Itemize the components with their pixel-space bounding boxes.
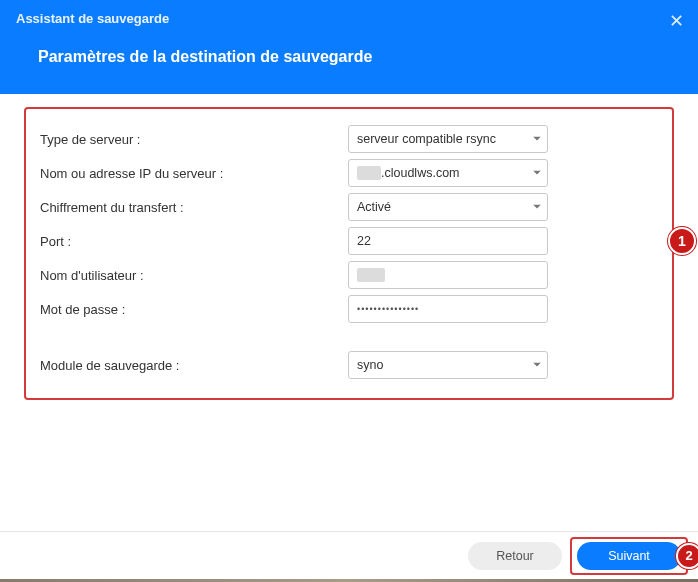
row-module: Module de sauvegarde : syno [40,348,658,382]
label-encryption: Chiffrement du transfert : [40,200,348,215]
chevron-down-icon [533,205,541,210]
password-value: ••••••••••••••• [357,304,419,314]
annotation-badge-2: 2 [676,543,698,569]
label-port: Port : [40,234,348,249]
username-input[interactable] [348,261,548,289]
next-button-highlight: Suivant 2 [570,537,688,575]
encryption-select[interactable]: Activé [348,193,548,221]
row-encryption: Chiffrement du transfert : Activé [40,190,658,224]
port-input[interactable]: 22 [348,227,548,255]
row-password: Mot de passe : ••••••••••••••• [40,292,658,326]
row-server-name: Nom ou adresse IP du serveur : .cloudlws… [40,156,658,190]
row-username: Nom d'utilisateur : [40,258,658,292]
server-type-select[interactable]: serveur compatible rsync [348,125,548,153]
annotation-badge-1: 1 [668,227,696,255]
wizard-title: Assistant de sauvegarde [0,0,698,26]
redacted-prefix [357,166,381,180]
chevron-down-icon [533,137,541,142]
back-button[interactable]: Retour [468,542,562,570]
wizard-header: Assistant de sauvegarde Paramètres de la… [0,0,698,94]
close-icon: ✕ [669,11,684,31]
label-password: Mot de passe : [40,302,348,317]
redacted-username [357,268,385,282]
destination-settings-form: Type de serveur : serveur compatible rsy… [24,107,674,400]
wizard-footer: Retour Suivant 2 [0,531,698,579]
close-button[interactable]: ✕ [669,10,684,32]
row-port: Port : 22 1 [40,224,658,258]
label-server-name: Nom ou adresse IP du serveur : [40,166,348,181]
server-name-suffix: .cloudlws.com [381,166,460,180]
label-server-type: Type de serveur : [40,132,348,147]
row-server-type: Type de serveur : serveur compatible rsy… [40,122,658,156]
label-username: Nom d'utilisateur : [40,268,348,283]
wizard-step-title: Paramètres de la destination de sauvegar… [0,26,698,66]
backup-module-select[interactable]: syno [348,351,548,379]
password-input[interactable]: ••••••••••••••• [348,295,548,323]
server-name-combobox[interactable]: .cloudlws.com [348,159,548,187]
server-type-value: serveur compatible rsync [357,132,496,146]
chevron-down-icon [533,171,541,176]
label-module: Module de sauvegarde : [40,358,348,373]
encryption-value: Activé [357,200,391,214]
port-value: 22 [357,234,371,248]
chevron-down-icon [533,363,541,368]
module-value: syno [357,358,383,372]
wizard-content: Type de serveur : serveur compatible rsy… [0,94,698,400]
next-button[interactable]: Suivant [577,542,681,570]
